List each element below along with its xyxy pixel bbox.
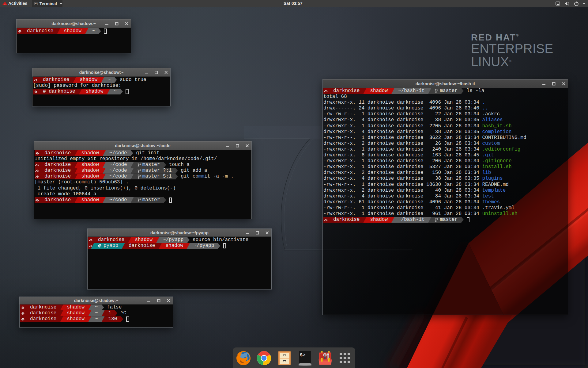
svg-text:$>: $> bbox=[35, 3, 37, 4]
svg-text:$: $ bbox=[300, 353, 303, 358]
svg-text:>: > bbox=[303, 353, 305, 357]
